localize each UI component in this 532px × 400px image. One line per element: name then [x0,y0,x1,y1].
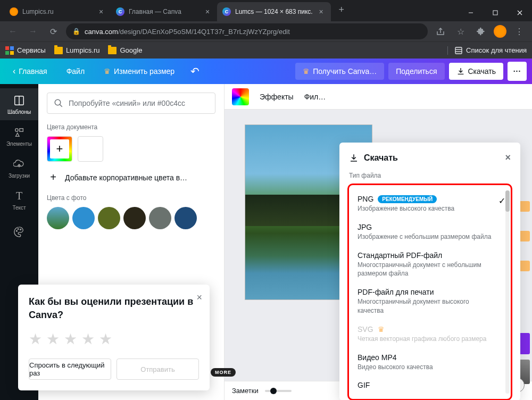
star-rating[interactable]: ★ ★ ★ ★ ★ [29,330,199,348]
file-button[interactable]: Файл [59,63,92,80]
filetype-option-svg[interactable]: SVG♛ Четкая векторная графика любого раз… [356,321,510,349]
filetype-option-gif[interactable]: GIF [356,377,510,396]
new-tab-button[interactable]: + [334,2,349,17]
filetype-dropdown[interactable]: PNGРЕКОМЕНДУЕМЫЙ Изображение высокого ка… [347,184,512,400]
reading-list-label: Список для чтения [466,46,527,54]
close-icon[interactable]: × [505,152,511,163]
nav-elements[interactable]: Элементы [0,120,38,152]
svg-point-15 [55,99,61,105]
elements-icon [13,126,26,139]
color-search-input[interactable]: Попробуйте «синий» или #00c4cc [47,93,215,114]
ask-later-button[interactable]: Спросить в следующий раз [29,359,111,380]
nav-text[interactable]: T Текст [0,184,38,216]
star-icon[interactable]: ★ [81,330,95,348]
nav-uploads[interactable]: Загрузки [0,152,38,184]
close-icon[interactable]: × [317,7,326,16]
forward-button[interactable]: → [26,24,40,39]
maximize-button[interactable] [483,4,508,21]
filter-button[interactable]: Фил… [304,93,326,101]
star-icon[interactable]: ★ [46,330,60,348]
add-brand-label: Добавьте корпоративные цвета в… [65,173,187,182]
notes-button[interactable]: Заметки [232,387,259,395]
download-icon [456,67,465,76]
close-icon[interactable]: × [203,7,212,16]
resize-label: Изменить размер [114,67,174,76]
tab-lumpics[interactable]: Lumpics.ru × [4,2,111,21]
nav-templates[interactable]: Шаблоны [0,88,38,120]
home-label: Главная [19,67,47,76]
more-badge: MORE [211,368,236,377]
resize-button[interactable]: ♛ Изменить размер [96,63,182,80]
crown-icon: ♛ [303,67,310,76]
pro-badge [519,201,530,212]
crown-icon: ♛ [104,67,111,76]
white-swatch[interactable] [78,136,103,162]
thumb[interactable] [519,333,530,354]
pro-badge [519,261,530,271]
reload-button[interactable]: ⟳ [46,24,61,39]
ft-desc: Видео высокого качества [358,363,494,372]
bookmark-google[interactable]: Google [108,46,142,54]
menu-icon[interactable]: ⋮ [512,24,527,39]
ft-name: JPG [358,223,372,231]
bookmark-lumpics[interactable]: Lumpics.ru [54,46,100,54]
reading-list-button[interactable]: Список для чтения [447,46,527,55]
color-picker-button[interactable] [232,88,249,105]
get-pro-button[interactable]: ♛ Получить Canva… [295,63,384,80]
undo-button[interactable]: ↶ [190,65,200,78]
tab-canva-home[interactable]: C Главная — Canva × [111,2,217,21]
star-icon[interactable]: ★ [99,330,112,348]
back-button[interactable]: ← [5,24,20,39]
favicon-canva: C [222,7,231,16]
nav-label: Загрузки [9,173,30,179]
svg-point-9 [15,128,19,131]
share-icon[interactable] [433,24,448,39]
star-icon[interactable]: ★ [29,330,42,348]
filetype-option-mp4[interactable]: Видео MP4 Видео высокого качества [356,349,510,377]
ft-desc: Изображение с небольшим размером файла [358,232,494,241]
add-color-swatch[interactable]: + [47,136,72,162]
tab-strip: Lumpics.ru × C Главная — Canva × C Lumcs… [0,2,459,21]
filetype-option-pdf-standard[interactable]: Стандартный PDF-файл Многостраничный док… [356,247,510,284]
photo-swatch[interactable] [149,207,171,229]
filetype-option-png[interactable]: PNGРЕКОМЕНДУЕМЫЙ Изображение высокого ка… [356,190,510,219]
photo-swatch[interactable] [123,207,146,229]
survey-popup: × Как бы вы оценили презентации в Canva?… [18,285,210,390]
download-button[interactable]: Скачать [449,63,504,80]
more-button[interactable]: ··· [508,62,527,81]
extensions-icon[interactable] [473,24,488,39]
check-icon: ✓ [498,196,505,206]
filetype-option-pdf-print[interactable]: PDF-файл для печати Многостраничный доку… [356,284,510,321]
bookmark-icon[interactable]: ☆ [453,24,468,39]
minimize-button[interactable] [459,4,483,21]
favicon-lumpics [10,7,18,16]
home-button[interactable]: ‹ Главная [5,62,55,80]
bookmark-services[interactable]: Сервисы [5,46,46,55]
download-label: Скачать [468,67,496,76]
effects-button[interactable]: Эффекты [260,93,294,101]
close-icon[interactable]: × [97,7,105,16]
send-button[interactable]: Отправить [117,359,199,380]
photo-swatch[interactable] [47,207,69,229]
close-button[interactable] [508,4,532,21]
svg-rect-4 [455,47,462,54]
bookmark-label: Lumpics.ru [66,46,100,54]
tab-canva-design[interactable]: C Lumcs — 1024 × 683 пикс. × [217,2,331,21]
filetype-option-jpg[interactable]: JPG Изображение с небольшим размером фай… [356,219,510,247]
photo-swatch[interactable] [72,207,95,229]
profile-avatar[interactable] [494,25,506,38]
url-input[interactable]: 🔒 canva.com/design/DAEnXoP5oSM/14Q1T37r_… [66,23,428,39]
photo-swatch[interactable] [174,207,197,229]
close-icon[interactable]: × [196,292,202,303]
zoom-slider[interactable] [265,390,292,392]
share-button[interactable]: Поделиться [388,63,444,80]
add-brand-colors-button[interactable]: + Добавьте корпоративные цвета в… [47,171,215,184]
star-icon[interactable]: ★ [64,330,77,348]
tab-title: Lumcs — 1024 × 683 пикс. [235,8,313,15]
file-label: Файл [66,67,85,76]
photo-swatch[interactable] [98,207,120,229]
plus-icon: + [47,171,60,184]
svg-point-12 [16,230,18,231]
svg-marker-11 [16,132,19,136]
nav-styles[interactable] [0,216,38,248]
